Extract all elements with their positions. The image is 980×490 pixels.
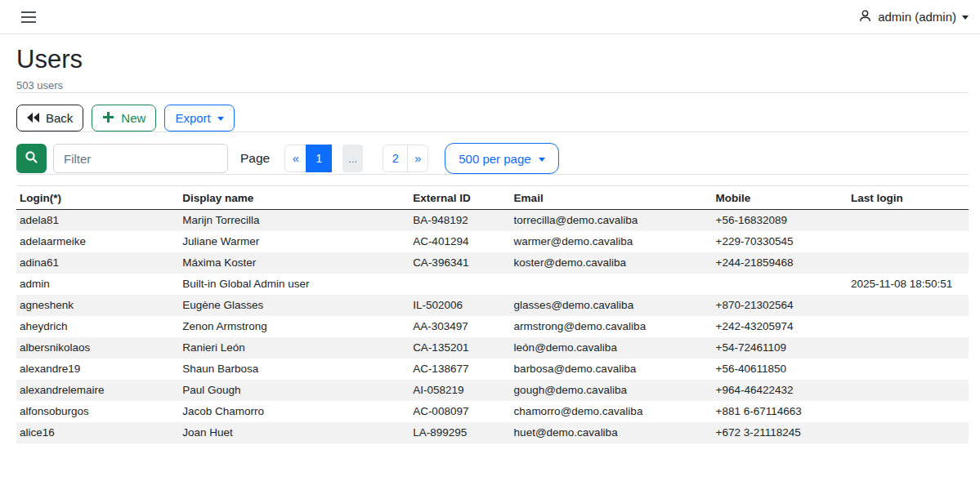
table-cell: 2025-11-08 18:50:51 <box>848 274 969 295</box>
new-button-label: New <box>121 111 145 125</box>
table-cell: león@demo.cavaliba <box>511 337 713 359</box>
table-cell <box>848 295 969 316</box>
table-cell: adelaarmeike <box>16 231 179 252</box>
divider <box>16 131 969 132</box>
table-cell: Zenon Armstrong <box>179 316 409 337</box>
export-button-label: Export <box>175 111 210 125</box>
export-dropdown-button[interactable]: Export <box>164 105 234 131</box>
table-cell: CA-396341 <box>409 252 510 274</box>
column-header-login: Login(*) <box>16 186 179 210</box>
pagination: « 1 ... 2 » <box>284 145 428 172</box>
pagination-next[interactable]: » <box>407 145 428 172</box>
table-cell: +56-40611850 <box>713 359 848 380</box>
table-cell: Paul Gough <box>179 380 409 401</box>
table-cell: barbosa@demo.cavaliba <box>511 359 713 380</box>
person-icon <box>858 9 872 25</box>
page-label: Page <box>240 151 270 166</box>
column-header-last-login: Last login <box>848 186 969 210</box>
per-page-dropdown[interactable]: 500 per page <box>445 143 558 174</box>
plus-icon <box>102 111 114 126</box>
table-cell: CA-135201 <box>409 337 510 359</box>
table-cell: +242-43205974 <box>713 316 848 337</box>
table-cell: agneshenk <box>16 295 179 316</box>
table-row[interactable]: adela81Marijn TorrecillaBA-948192torreci… <box>16 210 969 232</box>
table-cell: AI-058219 <box>409 380 510 401</box>
caret-down-icon <box>217 117 224 121</box>
table-cell: koster@demo.cavaliba <box>511 252 713 274</box>
table-cell: armstrong@demo.cavaliba <box>511 316 713 337</box>
table-cell: aheydrich <box>16 316 179 337</box>
table-cell: alexandrelemaire <box>16 380 179 401</box>
table-row[interactable]: aheydrichZenon ArmstrongAA-303497armstro… <box>16 316 969 337</box>
table-cell <box>848 359 969 380</box>
per-page-label: 500 per page <box>459 152 530 166</box>
search-icon <box>25 150 38 167</box>
table-cell: +870-21302564 <box>713 295 848 316</box>
table-cell: Built-in Global Admin user <box>179 274 409 295</box>
table-row[interactable]: adelaarmeikeJuliane WarmerAC-401294warme… <box>16 231 969 252</box>
menu-icon[interactable] <box>20 10 38 24</box>
table-cell <box>848 210 969 232</box>
table-row[interactable]: adminBuilt-in Global Admin user2025-11-0… <box>16 274 969 295</box>
table-cell: +54-72461109 <box>713 337 848 359</box>
table-row[interactable]: alexandrelemairePaul GoughAI-058219gough… <box>16 380 969 401</box>
column-header-external-id: External ID <box>409 186 510 210</box>
caret-down-icon <box>539 158 545 162</box>
table-cell <box>409 274 510 295</box>
users-table: Login(*) Display name External ID Email … <box>16 185 969 443</box>
table-cell <box>848 252 969 274</box>
table-row[interactable]: alfonsoburgosJacob ChamorroAC-008097cham… <box>16 401 969 422</box>
table-cell: albersnikolaos <box>16 337 179 359</box>
table-header-row: Login(*) Display name External ID Email … <box>16 186 969 210</box>
user-count: 503 users <box>16 79 969 92</box>
table-row[interactable]: alice16Joan HuetLA-899295huet@demo.caval… <box>16 422 969 443</box>
table-cell: +964-46422432 <box>713 380 848 401</box>
filter-bar: Page « 1 ... 2 » 500 per page <box>16 143 969 174</box>
table-cell: Jacob Chamorro <box>179 401 409 422</box>
table-cell <box>848 380 969 401</box>
pagination-page-1[interactable]: 1 <box>306 145 332 172</box>
new-button[interactable]: New <box>92 105 156 131</box>
pagination-prev[interactable]: « <box>284 145 307 172</box>
divider <box>16 92 969 93</box>
filter-input[interactable] <box>53 144 228 173</box>
column-header-email: Email <box>511 186 713 210</box>
topbar: admin (admin) <box>0 0 980 34</box>
table-cell: Máxima Koster <box>179 252 409 274</box>
back-button[interactable]: Back <box>16 105 83 131</box>
table-cell: gough@demo.cavaliba <box>511 380 713 401</box>
pagination-page-2[interactable]: 2 <box>383 145 408 172</box>
table-cell <box>713 274 848 295</box>
table-cell <box>848 231 969 252</box>
user-menu-dropdown[interactable]: admin (admin) <box>858 9 969 25</box>
table-cell: Juliane Warmer <box>179 231 409 252</box>
table-cell: warmer@demo.cavaliba <box>511 231 713 252</box>
table-cell: alexandre19 <box>16 359 179 380</box>
table-cell: +881 6-67114663 <box>713 401 848 422</box>
table-cell <box>848 337 969 359</box>
table-cell: Marijn Torrecilla <box>179 210 409 232</box>
table-row[interactable]: alexandre19Shaun BarbosaAC-138677barbosa… <box>16 359 969 380</box>
table-cell: AC-401294 <box>409 231 510 252</box>
table-cell: AC-008097 <box>409 401 510 422</box>
table-cell: Eugène Glasses <box>179 295 409 316</box>
table-cell: adela81 <box>16 210 179 232</box>
table-cell: torrecilla@demo.cavaliba <box>511 210 713 232</box>
table-cell: AC-138677 <box>409 359 510 380</box>
table-cell: admin <box>16 274 179 295</box>
table-cell: AA-303497 <box>409 316 510 337</box>
table-row[interactable]: agneshenkEugène GlassesIL-502006glasses@… <box>16 295 969 316</box>
toolbar: Back New Export <box>16 105 969 131</box>
table-cell: +229-70330545 <box>713 231 848 252</box>
table-cell: Joan Huet <box>179 422 409 443</box>
divider <box>16 174 969 175</box>
table-cell <box>511 274 713 295</box>
table-row[interactable]: adina61Máxima KosterCA-396341koster@demo… <box>16 252 969 274</box>
table-row[interactable]: albersnikolaosRanieri LeónCA-135201león@… <box>16 337 969 359</box>
table-cell: chamorro@demo.cavaliba <box>511 401 713 422</box>
back-button-label: Back <box>46 111 73 125</box>
table-cell: glasses@demo.cavaliba <box>511 295 713 316</box>
table-cell: LA-899295 <box>409 422 510 443</box>
search-button[interactable] <box>16 144 47 173</box>
pagination-ellipsis: ... <box>342 145 363 172</box>
